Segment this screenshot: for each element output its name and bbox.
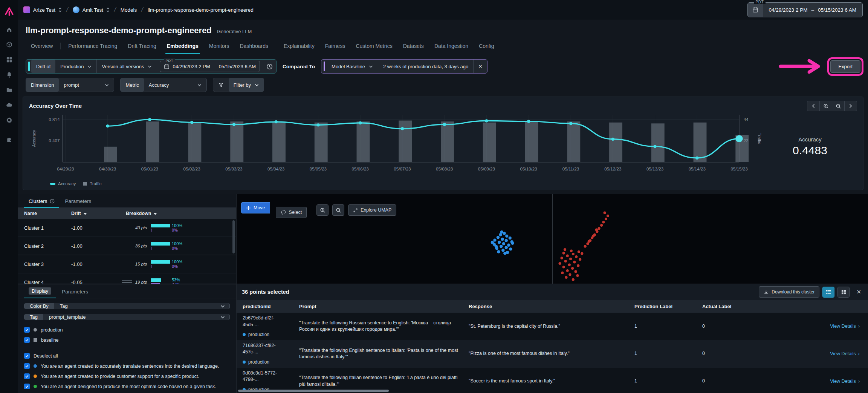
drift-date-end: 05/15/2023 6 AM: [219, 64, 256, 69]
list-view-toggle[interactable]: [822, 287, 834, 298]
breadcrumb-models[interactable]: Models: [121, 7, 137, 13]
export-button[interactable]: Export: [830, 60, 860, 73]
cluster-row[interactable]: Cluster 3-1.0015 pts100%0%: [18, 255, 236, 273]
pan-left-button[interactable]: [807, 101, 819, 111]
tab-performance-tracing[interactable]: Performance Tracing: [63, 39, 122, 54]
select-tool-button[interactable]: Select: [276, 207, 307, 218]
svg-text:04/30/23: 04/30/23: [99, 167, 116, 171]
drift-date-range-picker[interactable]: PDT 04/29/2023 2 PM – 05/15/2023 6 AM: [160, 61, 260, 72]
close-points-panel-button[interactable]: ✕: [855, 289, 863, 295]
list-view-icon: [826, 290, 831, 294]
breadcrumb-model-name[interactable]: llm-prompt-response-demo-prompt-engineer…: [148, 7, 254, 13]
view-details-link[interactable]: View Details›: [768, 379, 862, 384]
cluster-point-count: 15 pts: [126, 262, 147, 266]
baseline-dropdown[interactable]: Model Baseline: [327, 60, 378, 73]
pan-right-button[interactable]: [844, 101, 857, 111]
legend-toggle-0[interactable]: You are an agent created to accurately t…: [24, 361, 230, 371]
environment-dropdown[interactable]: Production: [55, 60, 96, 73]
projects-icon[interactable]: [0, 82, 18, 97]
notifications-icon[interactable]: [0, 67, 18, 82]
tab-datasets[interactable]: Datasets: [398, 39, 429, 54]
dataset-toggle-production[interactable]: production: [24, 325, 230, 335]
breakdown-percent: 0%: [172, 264, 178, 269]
breakdown-bar: [151, 278, 161, 282]
legend-toggle-2[interactable]: You are an agent designed to produce the…: [24, 381, 230, 391]
arize-logo-icon[interactable]: [0, 3, 18, 20]
tab-overview[interactable]: Overview: [26, 39, 58, 54]
svg-text:05/02/23: 05/02/23: [183, 167, 200, 171]
check-label: baseline: [41, 338, 59, 343]
checkbox-checked[interactable]: [24, 353, 30, 359]
tab-separator: [276, 43, 276, 49]
tag-select[interactable]: Tag prompt_template: [24, 314, 230, 320]
legend-toggle-1[interactable]: You are an agent created to provide cust…: [24, 371, 230, 381]
time-history-button[interactable]: [263, 60, 276, 73]
svg-text:Accuracy: Accuracy: [32, 130, 36, 147]
rail-icon-list: [0, 22, 18, 146]
move-tool-button[interactable]: Move: [241, 202, 270, 213]
tab-embeddings[interactable]: Embeddings: [162, 39, 204, 54]
tab-drift-tracing[interactable]: Drift Tracing: [122, 39, 161, 54]
color-by-select[interactable]: Color By Tag: [24, 303, 230, 309]
accuracy-traffic-chart[interactable]: 04/29/2304/30/2305/01/2305/02/2305/03/23…: [29, 112, 763, 181]
dataset-toggle-baseline[interactable]: baseline: [24, 335, 230, 345]
checkbox-checked[interactable]: [24, 337, 30, 343]
tab-monitors[interactable]: Monitors: [204, 39, 235, 54]
grid-view-toggle[interactable]: [837, 287, 850, 298]
zoom-in-button[interactable]: [819, 101, 832, 111]
integrations-icon[interactable]: [0, 131, 18, 146]
checkbox-checked[interactable]: [24, 373, 30, 379]
dimension-dropdown[interactable]: prompt: [59, 78, 114, 92]
cluster-row[interactable]: Cluster 1-1.0040 pts100%0%: [18, 219, 236, 237]
tab-config[interactable]: Config: [474, 39, 499, 54]
col-breakdown[interactable]: Breakdown: [126, 211, 230, 216]
legend-traffic[interactable]: Traffic: [83, 181, 101, 186]
home-icon[interactable]: [0, 22, 18, 37]
table-row[interactable]: 71686237-cf82-457c-...production"Transla…: [237, 340, 868, 368]
tab-dashboards[interactable]: Dashboards: [234, 39, 274, 54]
panel-resize-grip[interactable]: [122, 280, 132, 283]
deselect-all-toggle[interactable]: Deselect all: [24, 351, 230, 361]
remove-baseline-button[interactable]: ✕: [474, 60, 487, 73]
tab-explainability[interactable]: Explainability: [278, 39, 320, 54]
col-drift[interactable]: Drift: [71, 211, 126, 216]
table-row[interactable]: 0d08c3d1-5772-4798-...production"Transla…: [237, 368, 868, 393]
checkbox-checked[interactable]: [24, 384, 30, 389]
workspace-switcher[interactable]: Arize Test: [23, 6, 62, 13]
version-dropdown[interactable]: Version all versions: [97, 60, 157, 73]
tab-custom-metrics[interactable]: Custom Metrics: [350, 39, 397, 54]
tab-parameters[interactable]: Parameters: [61, 195, 96, 207]
cluster-row[interactable]: Cluster 2-1.0036 pts100%0%: [18, 237, 236, 255]
deployments-icon[interactable]: [0, 97, 18, 112]
selected-points-panel: 36 points selected Download this cluster: [236, 284, 868, 393]
legend-accuracy[interactable]: Accuracy: [50, 181, 76, 186]
models-icon[interactable]: [0, 37, 18, 52]
explore-umap-button[interactable]: Explore UMAP: [348, 204, 396, 216]
tab-data-ingestion[interactable]: Data Ingestion: [429, 39, 474, 54]
prediction-id-cell: 2b679c8d-df2f-45d5-...production: [243, 315, 299, 338]
view-details-link[interactable]: View Details›: [768, 324, 862, 329]
table-row[interactable]: 2b679c8d-df2f-45d5-...production"Transla…: [237, 313, 868, 340]
checkbox-checked[interactable]: [24, 327, 30, 333]
view-details-link[interactable]: View Details›: [768, 351, 862, 356]
tab-fairness[interactable]: Fairness: [320, 39, 351, 54]
points-table-horizontal-scrollbar[interactable]: [238, 390, 389, 392]
zoom-out-button[interactable]: [832, 101, 844, 111]
tab-display-parameters[interactable]: Parameters: [57, 286, 93, 298]
cluster-breakdown: 15 pts100%0%: [126, 260, 230, 269]
spaces-icon[interactable]: [0, 52, 18, 67]
settings-icon[interactable]: [0, 112, 18, 127]
global-date-range-picker[interactable]: PDT 04/29/2023 2 PM – 05/15/2023 6 AM: [747, 2, 863, 17]
metric-dropdown[interactable]: Accuracy: [144, 78, 206, 92]
download-cluster-button[interactable]: Download this cluster: [759, 286, 819, 298]
umap-zoom-in-button[interactable]: [316, 204, 329, 216]
account-switcher[interactable]: Amit Test: [73, 6, 110, 13]
filter-by-dropdown[interactable]: Filter by: [229, 78, 264, 92]
checkbox-checked[interactable]: [24, 363, 30, 369]
clusters-scrollbar[interactable]: [232, 220, 235, 253]
tab-display[interactable]: Display: [24, 284, 56, 298]
umap-zoom-out-button[interactable]: [332, 204, 344, 216]
umap-canvas[interactable]: Move Select: [236, 194, 868, 284]
tab-clusters[interactable]: Clusters: [24, 195, 59, 207]
legend-toggle-3[interactable]: You are an agent engineered to provide c…: [24, 391, 230, 393]
